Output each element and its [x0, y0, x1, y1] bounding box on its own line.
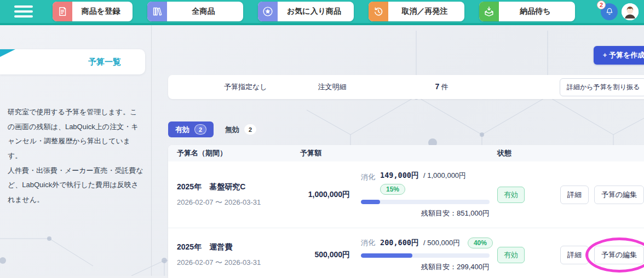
remaining-amount: 残額目安：851,000円: [361, 208, 490, 218]
consumed-label: 消化: [361, 171, 375, 195]
progress-fill: [361, 253, 412, 258]
topbar-button-label: 納品待ち: [499, 7, 575, 16]
percent-badge: 15%: [380, 184, 405, 195]
edit-budget-button[interactable]: 予算の編集: [594, 246, 644, 264]
topbar-button-cancel-reorder[interactable]: 取消／再発注: [369, 2, 464, 21]
table-row: 2025年 運営費 2026-02-07 〜 2026-03-31 500,00…: [168, 228, 644, 278]
all-products-icon: [147, 2, 167, 21]
progress-fill: [361, 200, 380, 204]
status-badge: 有効: [497, 187, 525, 203]
consumed-label: 消化: [361, 238, 375, 248]
budget-amount: 1,000,000円: [300, 190, 352, 200]
topbar-button-label: 取消／再発注: [388, 7, 464, 16]
budget-table: 予算名（期間） 予算額 状態 2025年 基盤研究C 2026-02-07 〜 …: [168, 145, 644, 278]
progress-bar: [361, 253, 490, 258]
consumption-cell: 消化 149,000円 / 1,000,000円 15%: [352, 171, 497, 218]
cancel-reorder-icon: [369, 2, 388, 21]
total-amount: / 1,000,000円: [423, 171, 466, 179]
budget-period: 2026-02-07 〜 2026-03-31: [177, 258, 300, 268]
consumption-cell: 消化 200,600円 / 500,000円 40% 残額目安：299,400円: [352, 238, 497, 272]
notification-badge: 2: [597, 1, 606, 9]
column-header-status: 状態: [497, 148, 560, 158]
sidebar-description: 人件費・出張費・メーカー直売・受託費など、LabQuick外で執行した費用は反映…: [0, 164, 151, 207]
tab-label: 有効: [175, 125, 189, 135]
total-amount: / 500,000円: [423, 239, 460, 247]
remaining-amount: 残額目安：299,400円: [361, 262, 490, 272]
topbar-button-all-products[interactable]: 全商品: [147, 2, 243, 21]
sidebar-description: 研究室で使用する予算を管理します。この画面の残額は、LabQuick上の注文・キ…: [0, 105, 151, 164]
awaiting-delivery-icon: [479, 2, 499, 21]
sidebar: 予算一覧 研究室で使用する予算を管理します。この画面の残額は、LabQuick上…: [0, 25, 152, 276]
assign-budget-button[interactable]: 詳細から予算を割り振る: [560, 78, 644, 96]
tab-inactive-budgets[interactable]: 無効 2: [218, 121, 263, 137]
main-panel: + 予算を作成 予算指定なし 注文明細 7件 詳細から予算を割り振る 有効 2 …: [152, 25, 644, 276]
topbar-button-label: 全商品: [167, 7, 243, 16]
page-title: 予算一覧: [88, 57, 121, 67]
register-product-icon: [53, 2, 72, 21]
consumed-amount: 200,600円: [380, 238, 418, 247]
tab-count-badge: 2: [194, 124, 206, 135]
topbar-right: 2: [601, 3, 639, 20]
edit-budget-button[interactable]: 予算の編集: [594, 186, 644, 204]
detail-button[interactable]: 詳細: [560, 246, 589, 264]
consumed-amount: 149,000円: [380, 171, 418, 179]
column-header-name: 予算名（期間）: [177, 148, 300, 158]
topbar-button-register-product[interactable]: 商品を登録: [53, 2, 133, 21]
progress-bar: [361, 200, 490, 204]
favorite-products-icon: [258, 2, 278, 21]
table-row: 2025年 基盤研究C 2026-02-07 〜 2026-03-31 1,00…: [168, 161, 644, 228]
topbar-button-label: お気に入り商品: [278, 7, 354, 16]
bell-icon: [605, 7, 614, 16]
budget-period: 2026-02-07 〜 2026-03-31: [177, 198, 300, 207]
tab-active-budgets[interactable]: 有効 2: [168, 121, 214, 137]
budget-name: 2025年 運営費: [177, 242, 300, 252]
tab-label: 無効: [225, 125, 239, 135]
content-area: 予算一覧 研究室で使用する予算を管理します。この画面の残額は、LabQuick上…: [0, 25, 644, 276]
topbar-button-awaiting-delivery[interactable]: 納品待ち: [479, 2, 575, 21]
budget-name: 2025年 基盤研究C: [177, 182, 300, 192]
topbar: 商品を登録 全商品 お気に入り商品: [0, 0, 644, 25]
summary-no-budget-label: 予算指定なし: [224, 82, 267, 92]
detail-button[interactable]: 詳細: [560, 186, 589, 204]
budget-amount: 500,000円: [300, 250, 352, 260]
status-tabs: 有効 2 無効 2: [168, 121, 644, 137]
percent-badge: 40%: [468, 238, 493, 248]
hamburger-menu-button[interactable]: [14, 5, 33, 18]
notification-bell-button[interactable]: 2: [601, 3, 618, 20]
corner-accent: [0, 49, 15, 57]
column-header-amount: 予算額: [300, 148, 352, 158]
avatar[interactable]: [622, 3, 639, 20]
topbar-button-favorite-products[interactable]: お気に入り商品: [258, 2, 354, 21]
create-budget-button[interactable]: + 予算を作成: [594, 46, 644, 65]
topbar-nav: 商品を登録 全商品 お気に入り商品: [53, 2, 575, 21]
status-badge: 有効: [497, 247, 525, 263]
table-header: 予算名（期間） 予算額 状態: [168, 145, 644, 161]
summary-count: 7件: [435, 82, 449, 92]
tab-count-badge: 2: [244, 124, 256, 135]
summary-bar: 予算指定なし 注文明細 7件 詳細から予算を割り振る: [168, 75, 644, 99]
topbar-button-label: 商品を登録: [72, 7, 133, 16]
summary-order-detail-label: 注文明細: [318, 82, 347, 92]
sidebar-item-budget-list[interactable]: 予算一覧: [0, 49, 145, 74]
